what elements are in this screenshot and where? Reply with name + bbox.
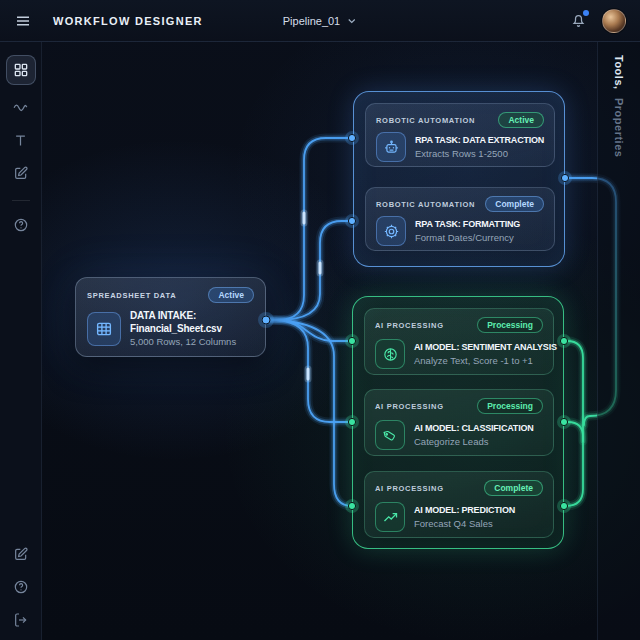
action-logout[interactable] <box>13 612 29 628</box>
pipeline-name: Pipeline_01 <box>283 15 341 27</box>
node-subtitle: Forecast Q4 Sales <box>414 517 515 530</box>
right-panel[interactable]: Tools, Properties <box>597 42 640 640</box>
trend-up-icon <box>375 502 405 532</box>
tool-help[interactable] <box>13 217 29 233</box>
workflow-designer-app: SPREADSHEET DATA Active DATA INTAKE: Fin… <box>0 0 640 640</box>
node-rpa-data-extraction[interactable]: ROBOTIC AUTOMATION Active <box>365 103 555 167</box>
node-category: AI PROCESSING <box>375 321 444 330</box>
avatar[interactable] <box>602 9 626 33</box>
notification-dot <box>583 10 589 16</box>
node-subtitle: 5,000 Rows, 12 Columns <box>130 335 236 348</box>
node-title: RPA TASK: FORMATTING <box>415 218 520 231</box>
ai-group[interactable]: AI PROCESSING Processing AI MODEL: SENTI… <box>352 296 564 549</box>
wire-sheet-to-ai-classification[interactable] <box>266 320 352 422</box>
left-toolbar <box>0 42 42 640</box>
hamburger-menu-icon[interactable] <box>14 12 32 30</box>
node-title: RPA TASK: DATA EXTRACTION <box>415 134 544 147</box>
canvas[interactable]: SPREADSHEET DATA Active DATA INTAKE: Fin… <box>0 0 640 640</box>
brain-icon <box>375 339 405 369</box>
wire-sheet-to-rpa-extraction[interactable] <box>266 138 352 320</box>
right-panel-label-tools: Tools, <box>613 55 625 90</box>
node-title-line1: DATA INTAKE: <box>130 309 236 322</box>
node-subtitle: Categorize Leads <box>414 435 534 448</box>
rpa-group[interactable]: ROBOTIC AUTOMATION Active <box>353 91 565 267</box>
node-title: AI MODEL: CLASSIFICATION <box>414 422 534 435</box>
help-circle-icon <box>13 579 29 595</box>
sidebar-divider <box>12 200 30 201</box>
right-panel-label-properties: Properties <box>613 98 625 157</box>
node-category: ROBOTIC AUTOMATION <box>376 200 475 209</box>
node-category: AI PROCESSING <box>375 402 444 411</box>
node-ai-sentiment-analysis[interactable]: AI PROCESSING Processing AI MODEL: SENTI… <box>364 308 554 375</box>
robot-icon <box>376 132 406 162</box>
node-spreadsheet-data[interactable]: SPREADSHEET DATA Active DATA INTAKE: Fin… <box>75 277 266 357</box>
chevron-down-icon <box>345 15 357 27</box>
node-ai-prediction[interactable]: AI PROCESSING Complete AI MODEL: PREDICT… <box>364 471 554 538</box>
node-category: AI PROCESSING <box>375 484 444 493</box>
tool-connector[interactable] <box>12 99 29 116</box>
topbar: WORKFLOW DESIGNER Pipeline_01 <box>0 0 640 42</box>
logout-icon <box>13 612 29 628</box>
status-badge: Active <box>498 112 544 128</box>
edit-pen-icon <box>13 546 29 562</box>
node-title: AI MODEL: SENTIMENT ANALYSIS <box>414 341 543 354</box>
action-help[interactable] <box>13 579 29 595</box>
status-badge: Processing <box>477 317 543 333</box>
tag-icon <box>375 420 405 450</box>
node-subtitle: Analyze Text, Score -1 to +1 <box>414 354 543 367</box>
wire-sheet-to-rpa-formatting[interactable] <box>266 221 352 320</box>
node-subtitle: Extracts Rows 1-2500 <box>415 147 544 160</box>
status-badge: Complete <box>485 196 544 212</box>
tool-blocks-grid[interactable] <box>6 55 36 85</box>
node-subtitle: Format Dates/Currency <box>415 231 520 244</box>
notifications-button[interactable] <box>570 12 587 29</box>
gear-icon <box>376 216 406 246</box>
node-title: AI MODEL: PREDICTION <box>414 504 515 517</box>
action-edit[interactable] <box>13 546 29 562</box>
node-rpa-formatting[interactable]: ROBOTIC AUTOMATION Complete RPA TASK: FO… <box>365 187 555 251</box>
signal-wave-icon <box>12 99 29 116</box>
tool-edit[interactable] <box>13 165 29 181</box>
status-badge: Processing <box>477 398 543 414</box>
status-badge: Complete <box>484 480 543 496</box>
node-ai-classification[interactable]: AI PROCESSING Processing AI MODEL: CL <box>364 389 554 456</box>
help-circle-icon <box>13 217 29 233</box>
node-title-line2: Financial_Sheet.csv <box>130 322 236 335</box>
blocks-grid-icon <box>13 62 29 78</box>
text-tool-icon <box>13 133 28 148</box>
edit-pen-icon <box>13 165 29 181</box>
tool-text[interactable] <box>13 133 28 148</box>
app-title: WORKFLOW DESIGNER <box>53 15 203 27</box>
node-category: ROBOTIC AUTOMATION <box>376 116 475 125</box>
status-badge: Active <box>208 287 254 303</box>
wire-ai-classification-out[interactable] <box>564 422 583 441</box>
pipeline-selector[interactable]: Pipeline_01 <box>283 15 358 27</box>
table-grid-icon <box>87 312 121 346</box>
node-category: SPREADSHEET DATA <box>87 291 176 300</box>
